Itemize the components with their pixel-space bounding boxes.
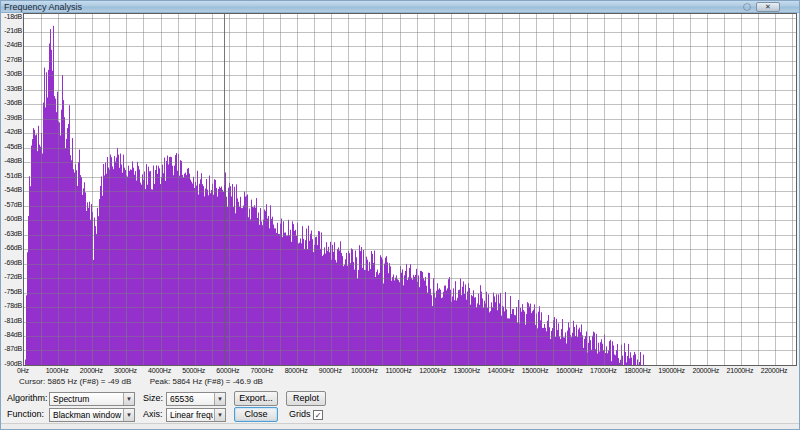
y-tick-label: -36dB bbox=[1, 99, 22, 107]
frequency-analysis-window: Frequency Analysis ✕ -18dB-21dB-24dB-27d… bbox=[0, 0, 800, 430]
replot-button[interactable]: Replot bbox=[286, 391, 326, 406]
grids-label: Grids bbox=[289, 408, 311, 421]
y-tick-label: -45dB bbox=[1, 143, 22, 151]
y-tick-label: -33dB bbox=[1, 85, 22, 93]
window-title: Frequency Analysis bbox=[4, 2, 82, 12]
chevron-down-icon: ▼ bbox=[214, 393, 225, 405]
x-tick-label: 22000Hz bbox=[752, 367, 796, 375]
y-tick-label: -72dB bbox=[1, 273, 22, 281]
peak-readout: Peak: 5864 Hz (F#8) = -46.9 dB bbox=[150, 377, 263, 386]
close-icon: ✕ bbox=[765, 3, 771, 10]
chevron-down-icon: ▼ bbox=[123, 393, 134, 405]
grids-checkbox[interactable]: ✓ bbox=[313, 410, 323, 420]
y-tick-label: -27dB bbox=[1, 56, 22, 64]
size-label: Size: bbox=[143, 392, 163, 405]
axis-select[interactable]: Linear frequency ▼ bbox=[166, 408, 226, 422]
y-tick-label: -21dB bbox=[1, 27, 22, 35]
y-tick-label: -78dB bbox=[1, 302, 22, 310]
y-tick-label: -57dB bbox=[1, 201, 22, 209]
y-tick-label: -30dB bbox=[1, 70, 22, 78]
titlebar-emblem-icon bbox=[743, 3, 751, 11]
y-tick-label: -66dB bbox=[1, 244, 22, 252]
algorithm-select[interactable]: Spectrum ▼ bbox=[49, 392, 135, 406]
algorithm-value: Spectrum bbox=[53, 394, 122, 404]
function-label: Function: bbox=[7, 408, 44, 421]
y-tick-label: -42dB bbox=[1, 128, 22, 136]
y-tick-label: -63dB bbox=[1, 230, 22, 238]
window-bottom-edge bbox=[1, 423, 800, 430]
y-tick-label: -24dB bbox=[1, 41, 22, 49]
cursor-status-line: Cursor: 5865 Hz (F#8) = -49 dB Peak: 586… bbox=[19, 377, 263, 386]
y-tick-label: -18dB bbox=[1, 13, 22, 21]
axis-value: Linear frequency bbox=[170, 410, 213, 420]
export-button[interactable]: Export... bbox=[234, 391, 278, 406]
function-select[interactable]: Blackman window ▼ bbox=[49, 408, 135, 422]
function-value: Blackman window bbox=[53, 410, 122, 420]
y-tick-label: -54dB bbox=[1, 186, 22, 194]
window-close-button[interactable]: ✕ bbox=[756, 2, 780, 12]
y-tick-label: -87dB bbox=[1, 345, 22, 353]
chevron-down-icon: ▼ bbox=[123, 409, 134, 421]
y-tick-label: -51dB bbox=[1, 172, 22, 180]
y-tick-label: -60dB bbox=[1, 215, 22, 223]
size-value: 65536 bbox=[170, 394, 213, 404]
title-bar[interactable]: Frequency Analysis ✕ bbox=[1, 1, 800, 13]
check-icon: ✓ bbox=[315, 411, 322, 420]
y-tick-label: -48dB bbox=[1, 157, 22, 165]
y-tick-label: -39dB bbox=[1, 114, 22, 122]
spectrum-plot-frame bbox=[23, 13, 797, 366]
y-tick-label: -75dB bbox=[1, 288, 22, 296]
axis-label: Axis: bbox=[143, 408, 163, 421]
size-select[interactable]: 65536 ▼ bbox=[166, 392, 226, 406]
close-button[interactable]: Close bbox=[234, 407, 278, 422]
y-tick-label: -84dB bbox=[1, 331, 22, 339]
cursor-readout: Cursor: 5865 Hz (F#8) = -49 dB bbox=[19, 377, 131, 386]
spectrum-plot[interactable] bbox=[24, 14, 796, 365]
chevron-down-icon: ▼ bbox=[214, 409, 225, 421]
y-tick-label: -69dB bbox=[1, 259, 22, 267]
algorithm-label: Algorithm: bbox=[7, 392, 48, 405]
y-tick-label: -81dB bbox=[1, 317, 22, 325]
